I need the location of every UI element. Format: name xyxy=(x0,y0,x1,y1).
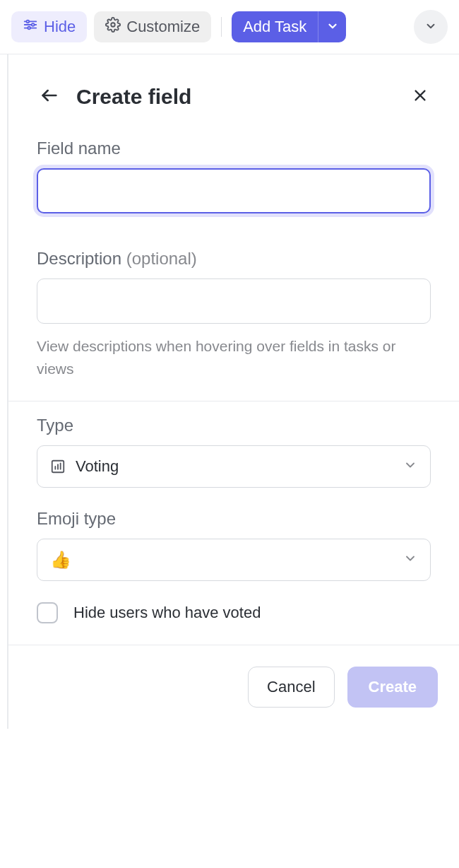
add-task-button-label: Add Task xyxy=(243,18,306,36)
create-button[interactable]: Create xyxy=(347,667,438,708)
panel-header: Create field xyxy=(8,54,459,124)
hide-button[interactable]: Hide xyxy=(11,11,87,42)
emoji-type-select-value: 👍 xyxy=(50,550,393,570)
top-toolbar: Hide Customize Add Task xyxy=(0,0,459,54)
svg-point-6 xyxy=(112,23,116,27)
svg-point-5 xyxy=(28,27,30,30)
emoji-type-select[interactable]: 👍 xyxy=(37,539,431,581)
sliders-icon xyxy=(23,17,38,37)
hide-users-checkbox[interactable] xyxy=(37,602,58,623)
close-icon xyxy=(412,95,428,105)
svg-point-3 xyxy=(27,20,30,23)
section-divider xyxy=(8,401,459,401)
create-field-panel: Create field Field name Description (opt… xyxy=(7,54,459,729)
field-name-label: Field name xyxy=(37,139,431,158)
field-name-section: Field name xyxy=(8,139,459,235)
more-options-button[interactable] xyxy=(414,10,448,44)
svg-point-4 xyxy=(32,23,35,26)
add-task-button[interactable]: Add Task xyxy=(232,11,318,42)
hide-button-label: Hide xyxy=(44,18,76,36)
voting-icon xyxy=(50,459,66,474)
panel-footer: Cancel Create xyxy=(8,645,459,729)
customize-button[interactable]: Customize xyxy=(94,11,211,42)
hide-users-checkbox-row: Hide users who have voted xyxy=(37,602,431,623)
add-task-dropdown-button[interactable] xyxy=(318,11,346,42)
close-button[interactable] xyxy=(410,85,431,108)
gear-icon xyxy=(105,17,121,37)
chevron-down-icon xyxy=(424,20,437,35)
create-button-label: Create xyxy=(369,678,417,696)
description-helper-text: View descriptions when hovering over fie… xyxy=(37,335,431,380)
customize-button-label: Customize xyxy=(126,18,200,36)
back-button[interactable] xyxy=(37,83,62,110)
type-select[interactable]: Voting xyxy=(37,445,431,488)
arrow-left-icon xyxy=(40,97,59,107)
type-section: Type Voting Emoji type 👍 xyxy=(8,416,459,645)
description-section: Description (optional) View descriptions… xyxy=(8,249,459,401)
description-label-text: Description xyxy=(37,249,121,268)
chevron-down-icon xyxy=(403,458,417,475)
toolbar-divider xyxy=(221,17,222,37)
field-name-input[interactable] xyxy=(37,168,431,213)
emoji-type-label: Emoji type xyxy=(37,509,431,529)
panel-title: Create field xyxy=(76,85,395,109)
description-label: Description (optional) xyxy=(37,249,431,269)
cancel-button[interactable]: Cancel xyxy=(248,667,334,708)
chevron-down-icon xyxy=(403,551,417,568)
cancel-button-label: Cancel xyxy=(267,678,315,696)
description-input[interactable] xyxy=(37,278,431,324)
add-task-group: Add Task xyxy=(232,11,346,42)
type-select-value: Voting xyxy=(76,457,393,476)
type-label: Type xyxy=(37,416,431,435)
chevron-down-icon xyxy=(326,20,339,35)
description-optional-hint: (optional) xyxy=(126,249,197,268)
hide-users-checkbox-label: Hide users who have voted xyxy=(73,604,261,622)
